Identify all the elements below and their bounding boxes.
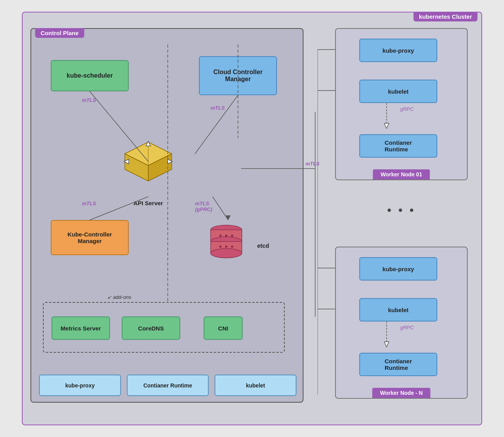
worker1-runtime: ContianerRuntime <box>359 134 437 158</box>
svg-point-19 <box>231 245 233 248</box>
mtls-grpc-label: mTLS(gPRC) <box>195 201 212 212</box>
grpc-arrow-1 <box>375 103 398 134</box>
svg-line-21 <box>195 95 238 154</box>
cni-label: CNI <box>218 325 228 332</box>
metrics-server-label: Metrics Server <box>60 325 101 332</box>
worker1-kubelet: kubelet <box>359 80 437 103</box>
svg-marker-30 <box>384 342 389 347</box>
control-plane: Control Plane kube-scheduler Cloud Contr… <box>30 28 303 403</box>
mtls-label-3: mTLS <box>82 201 96 206</box>
dots-separator: • • • <box>387 204 415 217</box>
cloud-controller-label: Cloud ControllerManager <box>213 69 263 83</box>
bottom-kube-proxy: kube-proxy <box>39 375 121 396</box>
svg-point-18 <box>225 245 227 248</box>
cloud-controller-box: Cloud ControllerManager <box>199 56 277 95</box>
coredns-box: CoreDNS <box>122 316 180 340</box>
api-server-label: API Server <box>133 200 163 206</box>
grpc-arrow-2 <box>375 322 398 353</box>
worker-column: kube-proxy kubelet gRPC ContianerRuntime… <box>329 28 474 403</box>
etcd-icon <box>207 220 246 263</box>
svg-point-14 <box>219 234 222 237</box>
bottom-bar: kube-proxy Contianer Runtime kubelet <box>39 375 296 396</box>
kube-scheduler-label: kube-scheduler <box>67 72 113 79</box>
svg-point-15 <box>225 234 227 237</box>
mtls-label-2: mTLS <box>211 105 225 111</box>
bottom-container-runtime: Contianer Runtime <box>127 375 209 396</box>
bottom-kubelet: kubelet <box>215 375 296 396</box>
kube-scheduler-box: kube-scheduler <box>51 60 129 91</box>
worker-node-1: kube-proxy kubelet gRPC ContianerRuntime… <box>335 28 468 180</box>
kube-controller-box: Kube-ControllerManager <box>51 220 129 255</box>
control-plane-label: Control Plane <box>35 28 84 38</box>
svg-point-16 <box>231 234 233 237</box>
metrics-server-box: Metrics Server <box>51 316 110 340</box>
worker1-kube-proxy: kube-proxy <box>359 39 437 62</box>
coredns-label: CoreDNS <box>138 325 164 332</box>
worker1-label: Worker Node 01 <box>373 169 430 179</box>
etcd-label: etcd <box>257 242 269 249</box>
worker-node-n: kube-proxy kubelet gRPC ContianerRuntime… <box>335 247 468 399</box>
addons-annotation: ↙ add-ons <box>107 294 131 300</box>
api-server-cube <box>117 134 179 197</box>
api-server-container: API Server <box>117 134 179 197</box>
etcd-container: etcd <box>207 220 254 271</box>
workerN-kubelet: kubelet <box>359 298 437 322</box>
svg-point-17 <box>219 245 222 248</box>
kubernetes-cluster: kubernetes Cluster Control Plane kube-sc… <box>22 12 482 425</box>
kube-controller-label: Kube-ControllerManager <box>67 231 112 244</box>
svg-marker-24 <box>226 215 231 220</box>
cni-box: CNI <box>204 316 243 340</box>
svg-point-13 <box>211 249 242 258</box>
kubernetes-cluster-label: kubernetes Cluster <box>413 12 477 21</box>
grpc-label-2: gRPC <box>400 325 414 330</box>
mtls-label-1: mTLS <box>82 97 96 103</box>
workerN-label: Worker Node - N <box>372 388 430 398</box>
svg-marker-28 <box>384 123 389 128</box>
workerN-runtime: ContianerRuntime <box>359 353 437 376</box>
workerN-kube-proxy: kube-proxy <box>359 257 437 281</box>
addons-box: Metrics Server CoreDNS CNI <box>43 302 285 353</box>
mtls-label-worker: mTLS <box>305 161 319 167</box>
svg-line-23 <box>213 197 228 220</box>
grpc-label-1: gRPC <box>400 106 414 112</box>
